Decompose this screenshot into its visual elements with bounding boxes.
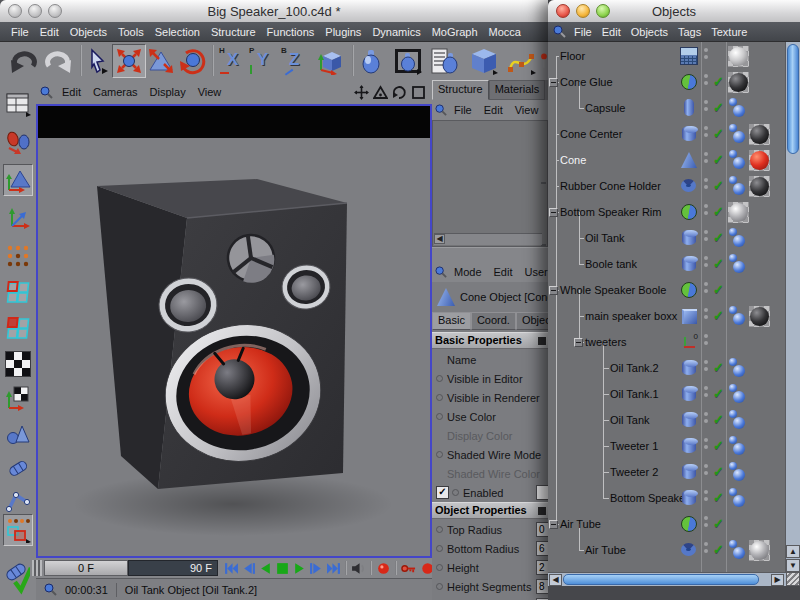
visibility-dots[interactable] — [704, 48, 708, 62]
phong-tag-icon[interactable] — [728, 540, 746, 560]
layout-button[interactable] — [3, 88, 33, 120]
tab-materials[interactable]: Materials — [489, 80, 546, 100]
ik-chain-button[interactable] — [3, 484, 33, 516]
previous-frame-button[interactable] — [241, 562, 256, 575]
object-row-bottom-speaker[interactable]: Bottom Speaker✓ — [548, 485, 800, 511]
phong-tag-icon[interactable] — [728, 150, 746, 170]
menu-edit[interactable]: Edit — [602, 26, 621, 38]
maximize-view-icon[interactable] — [411, 85, 426, 100]
texture-axis-mode-button[interactable] — [3, 382, 33, 414]
visibility-dots[interactable] — [704, 542, 708, 556]
menu-tools[interactable]: Tools — [115, 26, 147, 38]
tab-structure[interactable]: Structure — [432, 80, 489, 100]
material-tag-silver-icon[interactable] — [749, 540, 770, 561]
attr-row-name[interactable]: Name — [432, 350, 548, 369]
object-row-boole-tank[interactable]: Boole tank✓ — [548, 251, 800, 277]
menu-display[interactable]: Display — [147, 86, 189, 98]
clipped-tool-button[interactable] — [540, 44, 548, 78]
clipped-record-button[interactable] — [418, 562, 432, 575]
attr-row-enabled[interactable]: ✓Enabled — [432, 483, 548, 502]
object-row-cone-glue[interactable]: Cone Glue✓ — [548, 69, 800, 95]
object-row-tweeter-1[interactable]: Tweeter 1✓ — [548, 433, 800, 459]
object-row-oil-tank[interactable]: Oil Tank✓ — [548, 407, 800, 433]
phong-tag-icon[interactable] — [728, 124, 746, 144]
menu-edit[interactable]: Edit — [481, 104, 506, 116]
play-backward-button[interactable] — [258, 562, 273, 575]
phong-tag-icon[interactable] — [728, 410, 746, 430]
object-row-oil-tank[interactable]: Oil Tank✓ — [548, 225, 800, 251]
enabled-check-icon[interactable]: ✓ — [713, 152, 724, 167]
material-tag-silver-icon[interactable] — [728, 202, 749, 223]
viewport-3d-view[interactable] — [36, 104, 432, 558]
phong-tag-icon[interactable] — [728, 306, 746, 326]
visibility-dots[interactable] — [704, 490, 708, 504]
enabled-check-icon[interactable]: ✓ — [713, 490, 724, 505]
material-tag-red-icon[interactable] — [749, 150, 770, 171]
tab-coord[interactable]: Coord. — [471, 312, 516, 330]
attr-value-field[interactable]: 0 — [536, 522, 548, 537]
enabled-check-icon[interactable]: ✓ — [713, 230, 724, 245]
enabled-check-icon[interactable]: ✓ — [713, 74, 724, 89]
animation-dot[interactable] — [436, 394, 443, 401]
material-tag-black-icon[interactable] — [728, 72, 749, 93]
attr-row-visible-in-renderer[interactable]: Visible in Renderer — [432, 388, 548, 407]
menu-selection[interactable]: Selection — [152, 26, 203, 38]
enabled-check-icon[interactable]: ✓ — [713, 464, 724, 479]
visibility-dots[interactable] — [704, 256, 708, 270]
menu-mocca[interactable]: Mocca — [486, 26, 524, 38]
attr-row-shaded-wire-mode[interactable]: Shaded Wire Mode — [432, 445, 548, 464]
menu-view[interactable]: View — [512, 104, 542, 116]
menu-objects[interactable]: Objects — [631, 26, 668, 38]
render-view-button[interactable] — [356, 44, 386, 78]
object-row-whole-speaker-boole[interactable]: Whole Speaker Boole✓ — [548, 277, 800, 303]
visibility-dots[interactable] — [704, 126, 708, 140]
scroll-left-arrow-icon[interactable]: ◀ — [434, 234, 445, 244]
pin-icon[interactable] — [435, 266, 447, 278]
object-row-oil-tank-1[interactable]: Oil Tank.1✓ — [548, 381, 800, 407]
visibility-dots[interactable] — [704, 204, 708, 218]
visibility-dots[interactable] — [704, 100, 708, 114]
partial-checkbox[interactable] — [536, 485, 548, 500]
zoom-camera-icon[interactable] — [373, 85, 388, 100]
lock-y-axis-button[interactable]: P Y — [246, 44, 274, 78]
selection-filter-button[interactable] — [3, 514, 33, 546]
goto-start-button[interactable] — [224, 562, 239, 575]
end-frame-field[interactable]: 90 F — [128, 560, 218, 576]
expander-minus[interactable] — [549, 286, 558, 295]
visibility-dots[interactable] — [704, 438, 708, 452]
menu-file[interactable]: File — [574, 26, 592, 38]
object-row-floor[interactable]: Floor — [548, 43, 800, 69]
phong-tag-icon[interactable] — [728, 254, 746, 274]
pin-icon[interactable] — [553, 25, 566, 38]
object-row-tweeter-2[interactable]: Tweeter 2✓ — [548, 459, 800, 485]
attr-row-use-color[interactable]: Use Color — [432, 407, 548, 426]
record-keyframe-button[interactable] — [401, 562, 416, 575]
menu-mode[interactable]: Mode — [451, 266, 485, 278]
animation-dot[interactable] — [436, 583, 443, 590]
phong-tag-icon[interactable] — [728, 98, 746, 118]
scale-tool-button[interactable] — [146, 44, 176, 78]
snap-settings-button[interactable] — [3, 554, 33, 598]
enabled-check-icon[interactable]: ✓ — [713, 178, 724, 193]
menu-objects[interactable]: Objects — [67, 26, 110, 38]
polygons-mode-button[interactable] — [3, 312, 33, 344]
menu-file[interactable]: File — [8, 26, 32, 38]
menu-cameras[interactable]: Cameras — [90, 86, 141, 98]
enabled-check-icon[interactable]: ✓ — [713, 204, 724, 219]
tweak-mode-button[interactable] — [3, 452, 33, 484]
scroll-down-arrow-icon[interactable]: ▼ — [786, 559, 800, 572]
material-tag-black-icon[interactable] — [749, 176, 770, 197]
visibility-dots[interactable] — [704, 178, 708, 192]
move-tool-button[interactable] — [112, 44, 146, 78]
primitive-cube-button[interactable] — [466, 44, 502, 78]
pin-icon[interactable] — [44, 583, 57, 596]
rotate-tool-button[interactable] — [178, 44, 208, 78]
menu-user[interactable]: User — [522, 266, 549, 278]
visibility-dots[interactable] — [704, 334, 708, 348]
attr-row-visible-in-editor[interactable]: Visible in Editor — [432, 369, 548, 388]
main-titlebar[interactable]: Big Speaker_100.c4d * — [0, 0, 548, 23]
deformer-mode-button[interactable] — [3, 418, 33, 450]
menu-edit[interactable]: Edit — [491, 266, 516, 278]
menu-mograph[interactable]: MoGraph — [429, 26, 481, 38]
lock-z-axis-button[interactable]: B Z — [278, 44, 306, 78]
